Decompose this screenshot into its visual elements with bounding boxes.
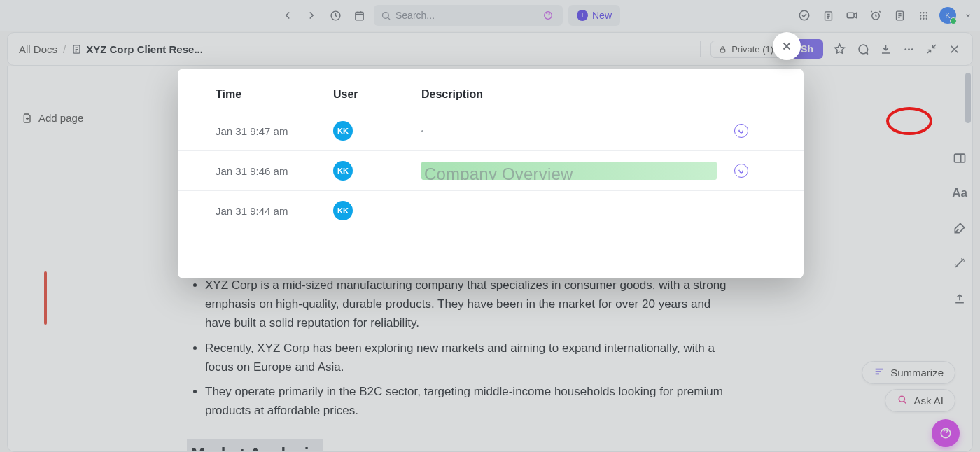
history-modal: Time User Description Jan 31 9:47 am KK …: [178, 69, 804, 278]
revert-button[interactable]: [734, 124, 748, 138]
revert-button[interactable]: [734, 164, 748, 178]
history-time: Jan 31 9:47 am: [216, 125, 333, 137]
modal-close-button[interactable]: [773, 32, 801, 60]
history-row: Jan 31 9:44 am KK: [178, 191, 804, 230]
history-row: Jan 31 9:46 am KK Company Overview: [178, 151, 804, 191]
history-user-avatar: KK: [333, 201, 353, 220]
col-time: Time: [216, 88, 333, 101]
col-desc: Description: [421, 88, 717, 101]
history-user-avatar: KK: [333, 161, 353, 181]
col-user: User: [333, 88, 421, 101]
close-icon: [780, 40, 793, 52]
history-table-header: Time User Description: [178, 88, 804, 111]
history-user-avatar: KK: [333, 121, 353, 141]
history-time: Jan 31 9:44 am: [216, 205, 333, 217]
change-dot: [421, 130, 424, 132]
history-row: Jan 31 9:47 am KK Company Overview: [178, 111, 804, 151]
history-time: Jan 31 9:46 am: [216, 165, 333, 177]
history-desc-preview: Company Overview: [421, 162, 717, 180]
